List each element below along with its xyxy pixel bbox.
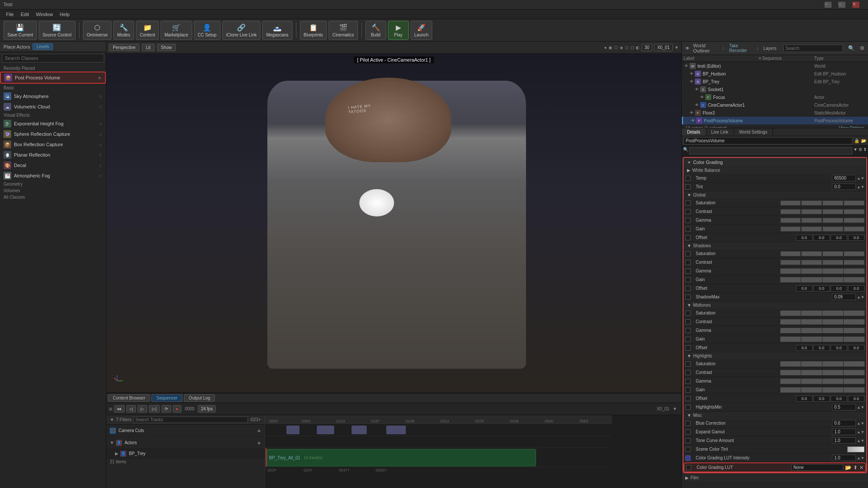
sh-gam-checkbox[interactable] [685,269,690,274]
cinematics-button[interactable]: 🎬 Cinematics [329,21,358,40]
world-outliner-search[interactable] [783,45,843,52]
blueprints-button[interactable]: 📋 Blueprints [300,21,327,40]
fps-button[interactable]: 24 fps [198,405,216,413]
tab-content-browser[interactable]: Content Browser [108,394,150,402]
tab-output-log[interactable]: Output Log [184,394,215,402]
mid-off-checkbox[interactable] [685,345,690,350]
sh-off-r[interactable] [796,285,812,291]
sh-con-checkbox[interactable] [685,260,690,265]
megascans-button[interactable]: 🗻 Megascans [262,21,292,40]
hl-sat-checkbox[interactable] [685,361,690,367]
sh-max-checkbox[interactable] [685,295,690,300]
wo-item-testi[interactable]: 👁 W testi (Editor) World [682,62,868,70]
timeline-next-frame[interactable]: ▷| [149,405,160,413]
mid-con-checkbox[interactable] [685,319,690,324]
hl-min-input[interactable] [832,404,856,410]
lit-button[interactable]: Lit [142,44,155,51]
actor-item-planar-reflection[interactable]: 🪞 Planar Reflection ☆ [0,150,106,160]
add-actor-track[interactable]: + [257,439,261,446]
tone-curve-input[interactable] [832,437,856,444]
lut-input[interactable] [791,464,843,471]
hl-con-checkbox[interactable] [685,370,690,375]
color-grading-header[interactable]: ▼ Color Grading [684,158,866,167]
menu-help[interactable]: Help [56,10,73,19]
sh-max-input[interactable] [832,294,856,300]
wo-item-socket1[interactable]: 👁 S Socket1 [682,85,868,93]
lut-intensity-input[interactable] [832,455,856,461]
wo-sort-icon[interactable]: ▼ [758,56,762,61]
midtones-header[interactable]: ▼ Midtones [684,301,866,309]
mid-off-g[interactable] [813,345,830,351]
prop-tab-live-link[interactable]: Live Link [706,128,734,136]
menu-edit[interactable]: Edit [17,10,33,19]
prop-browse-icon[interactable]: 📂 [861,138,866,143]
global-gam-checkbox[interactable] [685,218,690,223]
mid-sat-checkbox[interactable] [685,311,690,316]
sh-sat-checkbox[interactable] [685,251,690,256]
wo-item-bp-trey[interactable]: 👁 B BP_Trey Edit BP_Trey [682,78,868,85]
global-off-r[interactable] [796,235,812,241]
levels-button[interactable]: Levels [33,43,53,50]
maximize-btn[interactable]: □ [838,2,845,8]
track-actors[interactable]: ▼ 👤 Actors + [106,437,264,449]
actor-item-post-process-volume[interactable]: 📦 Post Process Volume ★ [0,72,106,84]
save-current-button[interactable]: 💾 Save Current [3,21,37,40]
global-off-checkbox[interactable] [685,235,690,240]
highlights-header[interactable]: ▼ Highlights [684,352,866,360]
hl-off-a[interactable] [848,396,865,402]
tab-sequencer[interactable]: Sequencer [151,394,182,402]
lut-arrow-up-icon[interactable]: ⬆ [853,465,858,471]
add-camera-cut[interactable]: + [257,427,261,434]
sh-gain-checkbox[interactable] [685,277,690,282]
viewport-canvas[interactable]: I HATE MYTATOOS [ Pilot Active - CineCam… [106,54,681,393]
prop-lock-icon[interactable]: 🔒 [854,138,859,143]
hl-off-r[interactable] [796,396,812,402]
coord-display[interactable]: X0_01 [654,44,673,51]
mid-gam-checkbox[interactable] [685,328,690,333]
show-button[interactable]: Show [157,44,176,51]
scene-tint-swatch[interactable] [847,446,865,452]
timeline-rewind[interactable]: ⏮ [114,405,125,413]
tint-input[interactable] [832,183,856,190]
prop-tab-world-settings[interactable]: World Settings [734,128,773,136]
expand-gamut-input[interactable] [832,429,856,435]
prop-object-input[interactable] [684,137,852,144]
blue-cor-checkbox[interactable] [685,421,690,426]
actor-item-decal[interactable]: 🎨 Decal ☆ [0,160,106,170]
timeline-prev-frame[interactable]: ◁ [126,405,136,413]
actor-item-atmospheric-fog[interactable]: 🌁 Atmospheric Fog ☆ [0,170,106,181]
close-btn[interactable]: ✕ [852,2,859,8]
hl-min-checkbox[interactable] [685,405,690,410]
fps-display[interactable]: 30 [641,44,652,51]
modes-button[interactable]: 🔧 Modes [113,21,134,40]
global-gain-checkbox[interactable] [685,226,690,232]
wo-search-icon[interactable]: 🔍 [848,45,855,51]
mid-off-b[interactable] [831,345,847,351]
track-camera-cuts[interactable]: 🎥 Camera Cuts + [106,425,264,437]
hl-off-g[interactable] [813,396,830,402]
global-off-b[interactable] [831,235,847,241]
film-header[interactable]: ▶ Film [682,474,868,481]
lut-int-checkbox[interactable] [685,455,690,461]
omniverse-button[interactable]: ⬡ Omniverse [83,21,112,40]
prop-filter-icon[interactable]: ▼ [853,147,858,154]
source-control-button[interactable]: 🔄 Source Control [39,21,76,40]
scene-tint-checkbox[interactable] [685,447,690,452]
menu-file[interactable]: File [3,10,17,19]
timeline-content[interactable]: 0000 0063 0124 0187 0248 0312 0375 0436 … [265,415,681,488]
actor-item-volumetric-cloud[interactable]: ☁ Volumetric Cloud ☆ [0,102,106,112]
wo-item-focus[interactable]: 👁 F Focus Actor [682,93,868,101]
minimize-btn[interactable]: ─ [825,2,832,8]
sh-off-a[interactable] [848,285,865,291]
actor-item-sky-atmosphere[interactable]: 🌤 Sky Atmosphere ☆ [0,91,106,102]
mid-off-a[interactable] [848,345,865,351]
misc-header[interactable]: ▼ Misc [684,412,866,419]
sh-off-checkbox[interactable] [685,286,690,291]
marketplace-button[interactable]: 🛒 Marketplace [161,21,192,40]
cc-setup-button[interactable]: 👤 CC Setup [194,21,220,40]
actor-item-exp-height-fog[interactable]: 🌫 Exponential Height Fog ☆ [0,118,106,129]
hl-off-b[interactable] [831,396,847,402]
hl-gain-checkbox[interactable] [685,387,690,393]
timeline-record[interactable]: ● [173,405,181,413]
menu-window[interactable]: Window [33,10,56,19]
